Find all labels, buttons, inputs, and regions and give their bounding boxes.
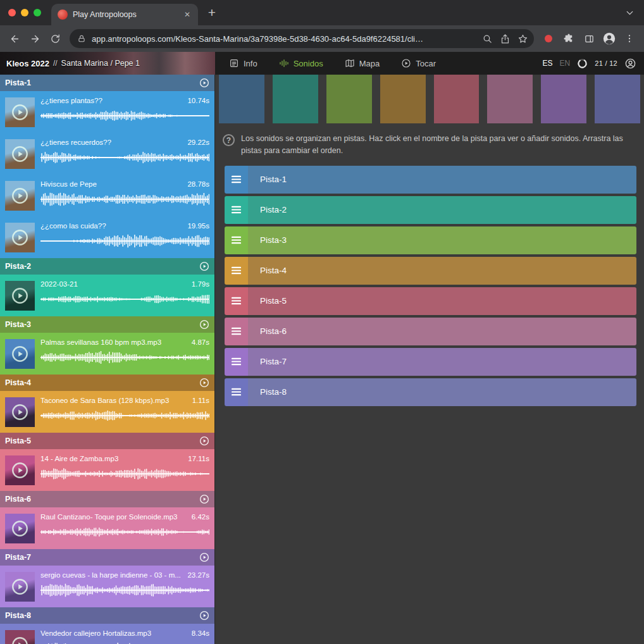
track-row[interactable]: Pista-5 bbox=[225, 287, 636, 315]
sound-thumbnail[interactable] bbox=[5, 139, 35, 169]
sound-item[interactable]: ¿¿tienes plantas?? 10.74s bbox=[0, 91, 214, 133]
breadcrumb-session[interactable]: Santa Marina / Pepe 1 bbox=[61, 59, 140, 68]
track-play-button[interactable] bbox=[199, 494, 209, 504]
zoom-icon[interactable] bbox=[478, 30, 496, 47]
track-header[interactable]: Pista-6 bbox=[0, 491, 214, 507]
address-bar[interactable]: app.antropoloops.com/Kleos-Santa-Marina/… bbox=[70, 29, 534, 48]
waveform[interactable] bbox=[40, 582, 209, 598]
tab-info[interactable]: Info bbox=[229, 58, 257, 68]
forward-button[interactable] bbox=[25, 29, 44, 48]
sound-thumbnail[interactable] bbox=[5, 514, 35, 543]
drag-handle-icon[interactable] bbox=[225, 257, 248, 285]
track-header[interactable]: Pista-3 bbox=[0, 316, 214, 333]
zoom-window-button[interactable] bbox=[34, 9, 41, 16]
waveform[interactable] bbox=[40, 108, 209, 124]
share-button[interactable] bbox=[496, 30, 514, 47]
track-play-button[interactable] bbox=[199, 610, 209, 621]
track-color-swatch[interactable] bbox=[326, 75, 372, 123]
sound-thumbnail[interactable] bbox=[5, 339, 35, 369]
sound-item[interactable]: 2022-03-21 1.79s bbox=[0, 275, 214, 316]
sound-item[interactable]: ¿¿como las cuida?? 19.95s bbox=[0, 216, 214, 258]
track-row-bar[interactable]: Pista-4 bbox=[248, 257, 636, 285]
track-color-swatch[interactable] bbox=[434, 75, 480, 123]
track-play-button[interactable] bbox=[199, 552, 209, 562]
track-row-bar[interactable]: Pista-3 bbox=[248, 226, 636, 254]
reload-button[interactable] bbox=[46, 29, 65, 48]
close-window-button[interactable] bbox=[8, 9, 16, 16]
browser-tab[interactable]: Play Antropoloops ✕ bbox=[51, 4, 198, 25]
waveform[interactable] bbox=[40, 233, 209, 249]
bookmark-star-button[interactable] bbox=[514, 30, 531, 47]
tab-search-chevron-icon[interactable] bbox=[624, 8, 635, 21]
record-extension-icon[interactable] bbox=[539, 29, 558, 48]
track-row[interactable]: Pista-4 bbox=[225, 257, 636, 285]
track-color-swatch[interactable] bbox=[487, 75, 533, 123]
track-header[interactable]: Pista-8 bbox=[0, 607, 214, 624]
sound-item[interactable]: Vendedor callejero Hortalizas.mp3 8.34s bbox=[0, 624, 214, 644]
track-row-bar[interactable]: Pista-8 bbox=[248, 378, 636, 406]
waveform[interactable] bbox=[40, 524, 209, 540]
sound-thumbnail[interactable] bbox=[5, 397, 35, 427]
sound-item[interactable]: Taconeo de Sara Baras (128 kbps).mp3 1.1… bbox=[0, 391, 214, 433]
track-header[interactable]: Pista-1 bbox=[0, 75, 214, 91]
breadcrumb[interactable]: Kleos 2022 // Santa Marina / Pepe 1 bbox=[0, 52, 215, 75]
track-row-bar[interactable]: Pista-2 bbox=[248, 196, 636, 224]
play-icon[interactable] bbox=[11, 345, 28, 362]
track-color-swatch[interactable] bbox=[595, 75, 640, 123]
play-icon[interactable] bbox=[11, 229, 28, 246]
waveform[interactable] bbox=[40, 407, 209, 424]
waveform[interactable] bbox=[40, 291, 209, 307]
profile-avatar[interactable] bbox=[600, 29, 619, 48]
sound-thumbnail[interactable] bbox=[5, 281, 35, 311]
tab-tocar[interactable]: Tocar bbox=[401, 58, 436, 68]
language-es[interactable]: ES bbox=[543, 59, 553, 68]
sound-thumbnail[interactable] bbox=[5, 97, 35, 127]
sound-item[interactable]: ¿¿tienes recuerdos?? 29.22s bbox=[0, 133, 214, 175]
drag-handle-icon[interactable] bbox=[225, 166, 248, 194]
sound-item[interactable]: sergio cuevas - la harpe indienne - 03 -… bbox=[0, 566, 214, 607]
track-color-swatch[interactable] bbox=[219, 75, 264, 123]
drag-handle-icon[interactable] bbox=[225, 318, 248, 345]
side-panel-button[interactable] bbox=[579, 29, 598, 48]
play-icon[interactable] bbox=[11, 146, 28, 163]
play-icon[interactable] bbox=[11, 404, 28, 421]
url-text[interactable]: app.antropoloops.com/Kleos-Santa-Marina/… bbox=[92, 34, 478, 44]
tab-sonidos[interactable]: Sonidos bbox=[279, 58, 323, 68]
tab-mapa[interactable]: Mapa bbox=[345, 58, 380, 68]
drag-handle-icon[interactable] bbox=[225, 287, 248, 315]
track-row[interactable]: Pista-3 bbox=[225, 226, 636, 254]
language-en[interactable]: EN bbox=[560, 59, 571, 68]
drag-handle-icon[interactable] bbox=[225, 196, 248, 224]
track-play-button[interactable] bbox=[199, 378, 209, 388]
sound-thumbnail[interactable] bbox=[5, 181, 35, 211]
play-icon[interactable] bbox=[11, 287, 28, 304]
track-play-button[interactable] bbox=[199, 261, 209, 271]
close-tab-icon[interactable]: ✕ bbox=[182, 9, 193, 20]
play-icon[interactable] bbox=[11, 187, 28, 204]
back-button[interactable] bbox=[5, 29, 24, 48]
account-icon[interactable] bbox=[624, 58, 636, 70]
play-icon[interactable] bbox=[11, 578, 28, 595]
track-color-swatch[interactable] bbox=[273, 75, 318, 123]
track-row-bar[interactable]: Pista-7 bbox=[248, 348, 636, 376]
track-row[interactable]: Pista-6 bbox=[225, 318, 636, 345]
play-icon[interactable] bbox=[11, 520, 28, 537]
track-header[interactable]: Pista-2 bbox=[0, 258, 214, 275]
track-play-button[interactable] bbox=[199, 319, 209, 330]
waveform[interactable] bbox=[40, 191, 209, 207]
sound-thumbnail[interactable] bbox=[5, 455, 35, 485]
track-row-bar[interactable]: Pista-5 bbox=[248, 287, 636, 315]
track-color-swatch[interactable] bbox=[380, 75, 426, 123]
browser-menu-button[interactable] bbox=[620, 29, 639, 48]
new-tab-button[interactable]: + bbox=[203, 4, 221, 22]
track-row[interactable]: Pista-7 bbox=[225, 348, 636, 376]
track-play-button[interactable] bbox=[199, 78, 209, 88]
play-icon[interactable] bbox=[11, 462, 28, 479]
breadcrumb-project[interactable]: Kleos 2022 bbox=[6, 59, 49, 68]
minimize-window-button[interactable] bbox=[21, 9, 28, 16]
drag-handle-icon[interactable] bbox=[225, 226, 248, 254]
track-header[interactable]: Pista-4 bbox=[0, 375, 214, 391]
track-play-button[interactable] bbox=[199, 436, 209, 446]
sound-item[interactable]: Raul Cantizano- Toque por Solenoide.mp3 … bbox=[0, 507, 214, 549]
waveform[interactable] bbox=[40, 466, 209, 482]
